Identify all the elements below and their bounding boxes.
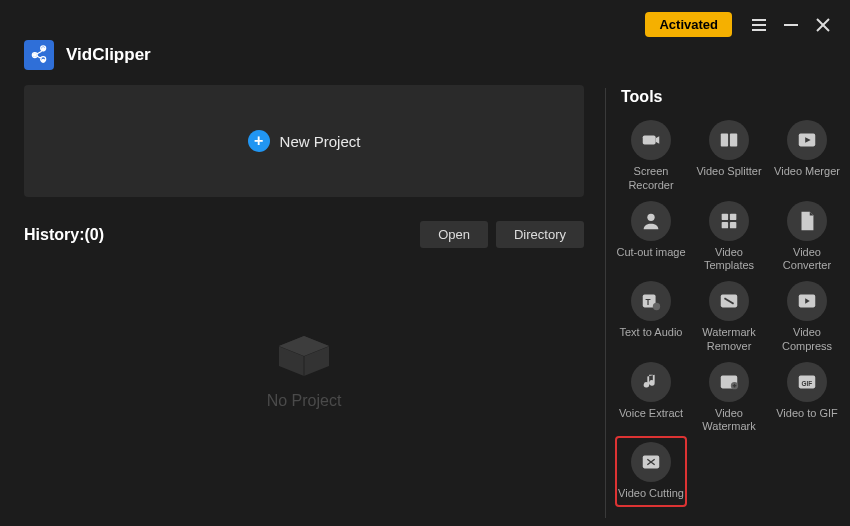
tool-video-templates[interactable]: Video Templates	[693, 201, 765, 274]
tool-label: Video Templates	[693, 246, 765, 274]
svg-rect-16	[730, 213, 736, 219]
tool-label: Video to GIF	[771, 407, 843, 421]
tool-label: Screen Recorder	[615, 165, 687, 193]
tool-label: Video Converter	[771, 246, 843, 274]
svg-point-7	[41, 47, 45, 51]
plus-icon: +	[248, 130, 270, 152]
scissors-icon	[631, 442, 671, 482]
tool-watermark-remover[interactable]: Watermark Remover	[693, 281, 765, 354]
new-project-label: New Project	[280, 133, 361, 150]
empty-state: No Project	[24, 318, 584, 410]
watermark-add-icon	[709, 362, 749, 402]
tool-label: Cut-out image	[615, 246, 687, 260]
app-title: VidClipper	[66, 45, 151, 65]
open-button[interactable]: Open	[420, 221, 488, 248]
tool-label: Text to Audio	[615, 326, 687, 340]
empty-label: No Project	[267, 392, 342, 410]
tool-cutout-image[interactable]: Cut-out image	[615, 201, 687, 274]
empty-box-icon	[269, 318, 339, 378]
tool-label: Video Cutting	[615, 487, 687, 501]
tool-label: Voice Extract	[615, 407, 687, 421]
svg-rect-10	[721, 134, 728, 147]
tool-video-merger[interactable]: Video Merger	[771, 120, 843, 193]
vertical-divider	[605, 88, 606, 518]
camera-icon	[631, 120, 671, 160]
history-label: History:(0)	[24, 226, 104, 244]
tool-text-to-audio[interactable]: T Text to Audio	[615, 281, 687, 354]
tool-label: Video Watermark	[693, 407, 765, 435]
directory-button[interactable]: Directory	[496, 221, 584, 248]
tool-video-watermark[interactable]: Video Watermark	[693, 362, 765, 435]
tool-video-compress[interactable]: Video Compress	[771, 281, 843, 354]
tool-video-converter[interactable]: Video Converter	[771, 201, 843, 274]
tool-voice-extract[interactable]: Voice Extract	[615, 362, 687, 435]
activated-badge[interactable]: Activated	[645, 12, 732, 37]
splitter-icon	[709, 120, 749, 160]
svg-point-14	[647, 213, 654, 220]
tool-label: Video Merger	[771, 165, 843, 179]
grid-icon	[709, 201, 749, 241]
svg-point-6	[33, 53, 37, 57]
svg-rect-11	[730, 134, 737, 147]
svg-point-8	[41, 59, 45, 63]
svg-text:T: T	[646, 298, 651, 307]
svg-text:GIF: GIF	[802, 379, 813, 386]
svg-point-21	[653, 303, 660, 310]
play-icon	[787, 120, 827, 160]
tool-video-splitter[interactable]: Video Splitter	[693, 120, 765, 193]
menu-icon[interactable]	[750, 16, 768, 34]
svg-rect-17	[722, 221, 728, 227]
tool-video-to-gif[interactable]: GIF Video to GIF	[771, 362, 843, 435]
gif-icon: GIF	[787, 362, 827, 402]
person-icon	[631, 201, 671, 241]
compress-icon	[787, 281, 827, 321]
tool-screen-recorder[interactable]: Screen Recorder	[615, 120, 687, 193]
tool-video-cutting[interactable]: Video Cutting	[615, 436, 687, 507]
svg-rect-15	[722, 213, 728, 219]
music-note-icon	[631, 362, 671, 402]
tool-label: Watermark Remover	[693, 326, 765, 354]
close-icon[interactable]	[814, 16, 832, 34]
minimize-icon[interactable]	[782, 16, 800, 34]
tool-label: Video Splitter	[693, 165, 765, 179]
app-logo-icon	[24, 40, 54, 70]
text-audio-icon: T	[631, 281, 671, 321]
tools-heading: Tools	[621, 88, 843, 106]
tool-label: Video Compress	[771, 326, 843, 354]
new-project-button[interactable]: + New Project	[24, 85, 584, 197]
watermark-remove-icon	[709, 281, 749, 321]
file-icon	[787, 201, 827, 241]
svg-rect-18	[730, 221, 736, 227]
svg-rect-9	[643, 135, 656, 144]
